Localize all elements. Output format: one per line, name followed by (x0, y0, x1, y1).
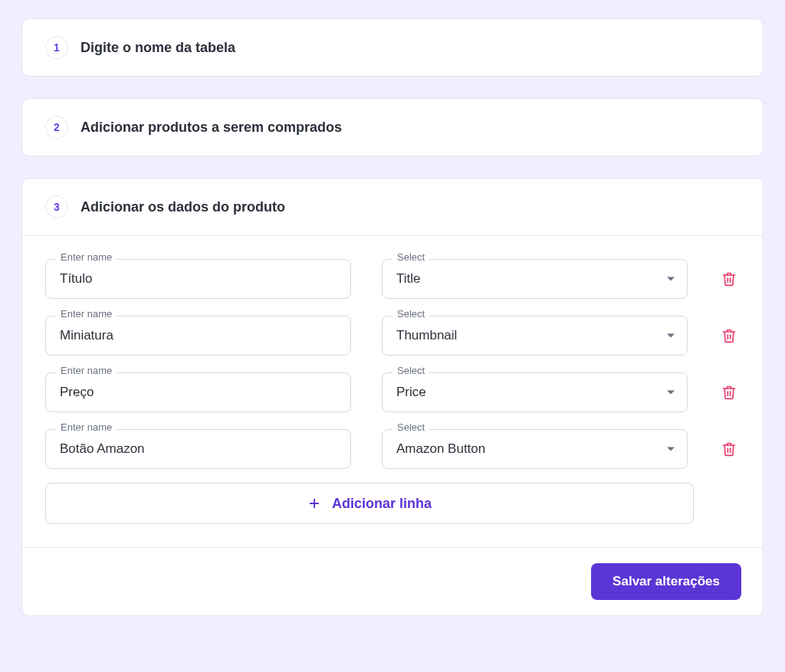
select-value: Amazon Button (396, 441, 485, 457)
delete-row-button[interactable] (718, 259, 740, 299)
type-select[interactable]: Price (382, 372, 688, 412)
chevron-down-icon (667, 334, 675, 338)
enter-name-label: Enter name (56, 421, 117, 433)
name-input[interactable] (45, 316, 351, 356)
enter-name-label: Enter name (56, 308, 117, 320)
field-row: Enter name Select Amazon Button (45, 421, 740, 469)
chevron-down-icon (667, 277, 675, 281)
product-data-body: Enter name Select Title (22, 235, 763, 547)
add-row-label: Adicionar linha (332, 496, 432, 512)
type-select[interactable]: Title (382, 259, 688, 299)
select-field-wrap: Select Thumbnail (382, 308, 688, 356)
select-value: Price (396, 385, 426, 400)
panel-footer: Salvar alterações (22, 547, 763, 615)
step-2-title: Adicionar produtos a serem comprados (80, 120, 342, 136)
add-row-button[interactable]: Adicionar linha (45, 483, 694, 524)
trash-icon (721, 384, 737, 401)
name-input[interactable] (45, 372, 351, 412)
trash-icon (721, 327, 737, 344)
chevron-down-icon (667, 391, 675, 395)
name-field-wrap: Enter name (45, 421, 351, 469)
delete-row-button[interactable] (718, 372, 740, 412)
name-input[interactable] (45, 259, 351, 299)
trash-icon (721, 441, 737, 457)
plus-icon (307, 497, 321, 510)
name-field-wrap: Enter name (45, 365, 351, 412)
field-row: Enter name Select Thumbnail (45, 308, 740, 356)
step-3-badge: 3 (45, 195, 68, 218)
select-label: Select (392, 421, 429, 433)
step-2-badge: 2 (45, 116, 68, 139)
select-field-wrap: Select Amazon Button (382, 421, 688, 469)
save-button[interactable]: Salvar alterações (591, 563, 741, 600)
name-field-wrap: Enter name (45, 308, 351, 356)
step-1-panel[interactable]: 1 Digite o nome da tabela (21, 18, 764, 77)
name-input[interactable] (45, 429, 351, 469)
enter-name-label: Enter name (56, 365, 117, 376)
step-3-panel: 3 Adicionar os dados do produto Enter na… (21, 178, 764, 616)
step-1-header[interactable]: 1 Digite o nome da tabela (22, 19, 763, 76)
select-field-wrap: Select Price (382, 365, 688, 412)
delete-row-button[interactable] (718, 316, 740, 356)
trash-icon (721, 270, 737, 287)
field-row: Enter name Select Title (45, 251, 740, 299)
step-3-title: Adicionar os dados do produto (80, 199, 285, 215)
field-row: Enter name Select Price (45, 365, 740, 412)
select-value: Title (396, 271, 421, 287)
type-select[interactable]: Amazon Button (382, 429, 688, 469)
step-2-header[interactable]: 2 Adicionar produtos a serem comprados (22, 99, 763, 156)
delete-row-button[interactable] (718, 429, 740, 469)
select-label: Select (392, 251, 429, 263)
step-1-badge: 1 (45, 36, 68, 59)
step-1-title: Digite o nome da tabela (80, 40, 235, 56)
step-3-header[interactable]: 3 Adicionar os dados do produto (22, 179, 763, 235)
select-label: Select (392, 308, 429, 320)
chevron-down-icon (667, 447, 675, 451)
name-field-wrap: Enter name (45, 251, 351, 299)
select-field-wrap: Select Title (382, 251, 688, 299)
type-select[interactable]: Thumbnail (382, 316, 688, 356)
select-value: Thumbnail (396, 328, 457, 343)
step-2-panel[interactable]: 2 Adicionar produtos a serem comprados (21, 98, 764, 156)
enter-name-label: Enter name (56, 251, 117, 263)
select-label: Select (392, 365, 429, 376)
